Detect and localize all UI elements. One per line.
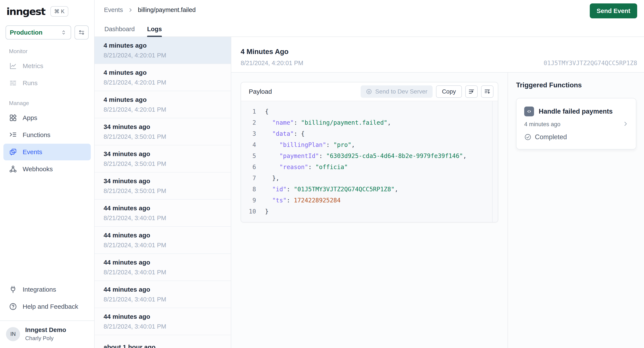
chevron-right-icon (128, 7, 133, 13)
environment-value: Production (10, 29, 42, 36)
sidebar-item-functions[interactable]: Functions (4, 126, 91, 143)
sidebar-item-help-and-feedback[interactable]: Help and Feedback (4, 298, 91, 315)
section-label-monitor: Monitor (0, 48, 94, 55)
sidebar-item-label: Help and Feedback (23, 303, 78, 310)
sort-down-icon (484, 88, 491, 95)
triggered-function-card[interactable]: Handle failed payments 4 minutes ago Com… (516, 98, 636, 150)
user-org: Inngest Demo (25, 326, 66, 334)
line-number: 5 (241, 152, 256, 160)
list-item[interactable]: 44 minutes ago8/21/2024, 3:40:01 PM (94, 200, 231, 227)
code-line: 7 }, (241, 172, 492, 184)
tab-logs[interactable]: Logs (147, 26, 162, 37)
runs-icon (9, 79, 17, 87)
sidebar-item-runs[interactable]: Runs (4, 75, 91, 92)
send-to-dev-server-label: Send to Dev Server (375, 88, 427, 95)
avatar: IN (6, 327, 20, 341)
copy-button[interactable]: Copy (436, 86, 462, 98)
word-wrap-button[interactable] (465, 86, 478, 98)
line-number: 6 (241, 164, 256, 170)
breadcrumb-current: billing/payment.failed (138, 6, 196, 14)
list-item[interactable]: 34 minutes ago8/21/2024, 3:50:01 PM (94, 146, 231, 172)
code-scrollbar[interactable] (492, 101, 498, 222)
event-list: 4 minutes ago8/21/2024, 4:20:01 PM4 minu… (94, 37, 231, 348)
list-item[interactable]: 44 minutes ago8/21/2024, 3:40:01 PM (94, 281, 231, 308)
event-timestamp: 8/21/2024, 3:40:01 PM (104, 242, 222, 249)
section-label-manage: Manage (0, 100, 94, 106)
list-item[interactable]: 44 minutes ago8/21/2024, 3:40:01 PM (94, 254, 231, 281)
code-line: 2 "name": "billing/payment.failed", (241, 117, 492, 128)
user-menu[interactable]: IN Inngest Demo Charly Poly (0, 320, 94, 348)
event-relative-time: 44 minutes ago (104, 204, 222, 212)
list-item[interactable]: 44 minutes ago8/21/2024, 3:40:01 PM (94, 227, 231, 254)
line-number: 9 (241, 197, 256, 204)
event-timestamp: 8/21/2024, 3:40:01 PM (104, 296, 222, 303)
list-item[interactable]: about 1 hour ago (94, 335, 231, 348)
event-relative-time: 34 minutes ago (104, 150, 222, 158)
events-icon (9, 148, 17, 156)
list-item[interactable]: 4 minutes ago8/21/2024, 4:20:01 PM (94, 91, 231, 118)
help-icon (9, 302, 17, 311)
sidebar-item-label: Webhooks (23, 166, 53, 173)
sidebar-item-metrics[interactable]: Metrics (4, 58, 91, 74)
event-relative-time: 4 minutes ago (104, 69, 222, 76)
environment-select[interactable]: Production (6, 26, 71, 40)
event-detail: 4 Minutes Ago 8/21/2024, 4:20:01 PM 01J5… (231, 37, 644, 348)
event-relative-time: 4 minutes ago (104, 96, 222, 103)
functions-icon (9, 131, 17, 139)
sidebar-item-apps[interactable]: Apps (4, 110, 91, 126)
tab-dashboard[interactable]: Dashboard (104, 26, 135, 37)
payload-title: Payload (249, 88, 357, 95)
sidebar-item-integrations[interactable]: Integrations (4, 281, 91, 298)
sidebar-item-webhooks[interactable]: Webhooks (4, 161, 91, 178)
code-line: 3 "data": { (241, 128, 492, 139)
code-line: 6 "reason": "officia" (241, 162, 492, 172)
function-icon (524, 106, 534, 116)
list-item[interactable]: 4 minutes ago8/21/2024, 4:20:01 PM (94, 37, 231, 64)
send-event-button[interactable]: Send Event (590, 4, 637, 18)
line-number: 1 (241, 108, 256, 115)
environment-settings-button[interactable] (74, 26, 88, 40)
event-timestamp: 8/21/2024, 3:50:01 PM (104, 133, 222, 140)
code-line: 8 "id": "01J5TMY3VJTZ2QG74QCC5RP1Z8", (241, 184, 492, 195)
list-item[interactable]: 4 minutes ago8/21/2024, 4:20:01 PM (94, 64, 231, 91)
payload-card: Payload Send to Dev Server Copy (241, 82, 498, 222)
command-k-shortcut[interactable]: ⌘ K (50, 6, 68, 17)
topbar: Events billing/payment.failed Dashboard … (94, 0, 644, 37)
send-to-dev-server-button[interactable]: Send to Dev Server (361, 86, 432, 98)
page-title: 4 Minutes Ago (241, 48, 303, 56)
sidebar-item-label: Apps (23, 114, 37, 122)
sliders-icon (78, 29, 85, 36)
list-item[interactable]: 34 minutes ago8/21/2024, 3:50:01 PM (94, 172, 231, 200)
app-window: inngest ⌘ K Production Monitor Metrics R… (0, 0, 644, 348)
chevron-right-icon (622, 121, 629, 127)
triggered-functions-title: Triggered Functions (516, 81, 636, 89)
code-line: 10} (241, 206, 492, 217)
sidebar-item-label: Integrations (23, 286, 56, 293)
list-item[interactable]: 34 minutes ago8/21/2024, 3:50:01 PM (94, 118, 231, 146)
code-line: 4 "billingPlan": "pro", (241, 139, 492, 150)
event-timestamp: 8/21/2024, 3:50:01 PM (104, 160, 222, 168)
code-lines: 1{2 "name": "billing/payment.failed",3 "… (241, 101, 492, 222)
sidebar-item-label: Events (23, 148, 42, 156)
event-timestamp: 8/21/2024, 4:20:01 PM (104, 79, 222, 86)
event-timestamp: 8/21/2024, 3:40:01 PM (104, 323, 222, 330)
detail-header: 4 Minutes Ago 8/21/2024, 4:20:01 PM 01J5… (231, 37, 644, 72)
event-relative-time: 34 minutes ago (104, 178, 222, 185)
inngest-logo: inngest (6, 6, 45, 17)
wrap-text-icon (468, 88, 475, 95)
sidebar-item-label: Runs (23, 80, 38, 87)
code-line: 1{ (241, 106, 492, 117)
check-circle-icon (524, 134, 532, 141)
list-item[interactable]: 44 minutes ago8/21/2024, 3:40:01 PM (94, 308, 231, 335)
breadcrumb-events[interactable]: Events (104, 6, 123, 14)
scroll-to-bottom-button[interactable] (481, 86, 494, 98)
event-timestamp: 8/21/2024, 3:50:01 PM (104, 188, 222, 194)
triggered-functions-panel: Triggered Functions Handle failed paymen… (508, 72, 644, 348)
arrow-down-circle-icon (366, 88, 372, 95)
function-status: Completed (535, 133, 567, 141)
event-relative-time: 4 minutes ago (104, 42, 222, 49)
function-name: Handle failed payments (539, 108, 612, 115)
sidebar-item-events[interactable]: Events (4, 144, 91, 160)
detail-timestamp: 8/21/2024, 4:20:01 PM (241, 60, 303, 72)
apps-icon (9, 114, 17, 122)
